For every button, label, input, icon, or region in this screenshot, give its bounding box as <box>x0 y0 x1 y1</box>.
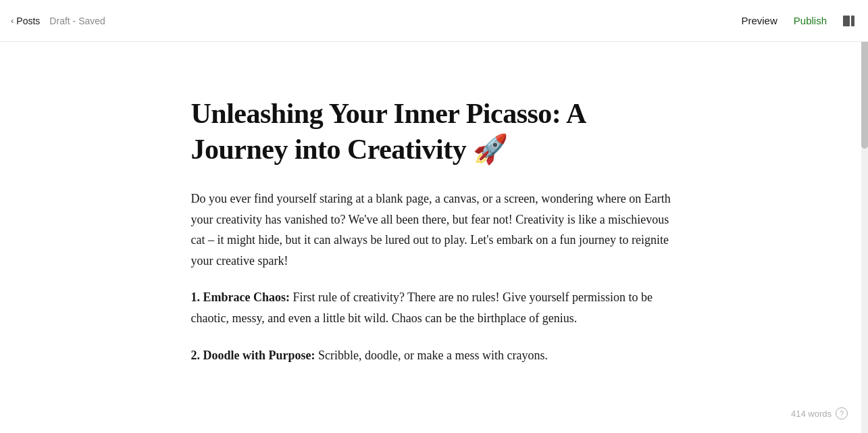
layout-icon-narrow-col <box>851 16 854 26</box>
main-content: Unleashing Your Inner Picasso: A Journey… <box>0 42 868 433</box>
publish-button[interactable]: Publish <box>794 15 827 26</box>
post-title[interactable]: Unleashing Your Inner Picasso: A Journey… <box>191 96 678 167</box>
list-item-2-text: Scribble, doodle, or make a mess with cr… <box>315 349 548 362</box>
help-icon[interactable]: ? <box>836 407 848 419</box>
draft-status: Draft - Saved <box>49 16 105 26</box>
top-bar-right: Preview Publish <box>741 15 854 26</box>
preview-button[interactable]: Preview <box>741 15 777 26</box>
post-body[interactable]: Do you ever find yourself staring at a b… <box>191 188 678 365</box>
back-to-posts-link[interactable]: ‹ Posts <box>11 16 40 26</box>
back-label: Posts <box>16 16 40 26</box>
list-item-1: 1. Embrace Chaos: First rule of creativi… <box>191 287 678 328</box>
layout-icon-wide-col <box>843 16 850 26</box>
editor-area[interactable]: Unleashing Your Inner Picasso: A Journey… <box>178 96 691 382</box>
list-item-1-bold: 1. Embrace Chaos: <box>191 290 290 304</box>
word-count-bar: 414 words ? <box>791 407 848 419</box>
word-count-label: 414 words <box>791 409 832 419</box>
intro-paragraph: Do you ever find yourself staring at a b… <box>191 188 678 271</box>
list-item-2-bold: 2. Doodle with Purpose: <box>191 349 315 362</box>
back-chevron-icon: ‹ <box>11 16 14 26</box>
sidebar-toggle-button[interactable] <box>843 16 854 26</box>
scrollbar-track[interactable] <box>861 0 868 433</box>
top-bar-left: ‹ Posts Draft - Saved <box>11 16 105 26</box>
top-bar: ‹ Posts Draft - Saved Preview Publish <box>0 0 868 42</box>
list-item-2: 2. Doodle with Purpose: Scribble, doodle… <box>191 345 678 366</box>
